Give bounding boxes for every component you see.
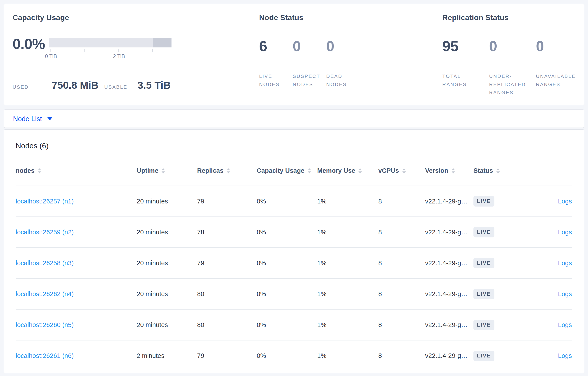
cell-vcpus: 8 bbox=[378, 352, 425, 359]
total-ranges-value: 95 bbox=[442, 38, 489, 54]
column-header-capacity-usage[interactable]: Capacity Usage bbox=[257, 167, 317, 176]
node-link[interactable]: localhost:26259 (n2) bbox=[16, 229, 74, 236]
cell-replicas: 79 bbox=[197, 352, 257, 359]
nodes-table-panel: Nodes (6) nodes Uptime Replicas Capacity… bbox=[4, 129, 584, 373]
sort-icon[interactable] bbox=[162, 168, 165, 173]
stat-under-replicated-ranges: 0 UNDER-REPLICATED RANGES bbox=[489, 38, 536, 97]
status-badge: LIVE bbox=[473, 258, 494, 268]
sort-icon[interactable] bbox=[227, 168, 230, 173]
used-label: USED bbox=[13, 84, 29, 90]
nodes-table-title: Nodes (6) bbox=[16, 142, 572, 150]
node-link[interactable]: localhost:26258 (n3) bbox=[16, 260, 74, 267]
usable-label: USABLE bbox=[104, 84, 127, 90]
column-header-memory-use[interactable]: Memory Use bbox=[317, 167, 378, 176]
column-header-vcpus[interactable]: vCPUs bbox=[378, 167, 425, 176]
cell-memory-use: 1% bbox=[317, 259, 378, 267]
cell-memory-use: 1% bbox=[317, 198, 378, 205]
status-badge: LIVE bbox=[473, 320, 494, 330]
suspect-nodes-value: 0 bbox=[293, 38, 326, 54]
stat-live-nodes: 6 LIVE NODES bbox=[259, 38, 293, 88]
table-header-row: nodes Uptime Replicas Capacity Usage Mem… bbox=[16, 167, 572, 186]
node-link[interactable]: localhost:26262 (n4) bbox=[16, 290, 74, 297]
cell-capacity-usage: 0% bbox=[257, 259, 317, 267]
stat-total-ranges: 95 TOTAL RANGES bbox=[442, 38, 489, 97]
column-header-uptime[interactable]: Uptime bbox=[137, 167, 197, 176]
total-ranges-label: TOTAL RANGES bbox=[442, 72, 482, 88]
cell-replicas: 80 bbox=[197, 290, 257, 298]
cell-version: v22.1.4-29-g… bbox=[425, 228, 473, 236]
cell-version: v22.1.4-29-g… bbox=[425, 198, 473, 205]
capacity-bar-reserved-segment bbox=[153, 38, 171, 47]
table-row: localhost:26257 (n1) 20 minutes 79 0% 1%… bbox=[16, 186, 572, 217]
column-header-version[interactable]: Version bbox=[425, 167, 473, 176]
axis-tick bbox=[51, 49, 51, 52]
cell-memory-use: 1% bbox=[317, 290, 378, 298]
cell-capacity-usage: 0% bbox=[257, 198, 317, 205]
logs-link[interactable]: Logs bbox=[558, 229, 572, 236]
view-selector-bar: Node List bbox=[4, 109, 584, 128]
node-link[interactable]: localhost:26257 (n1) bbox=[16, 198, 74, 205]
sort-icon[interactable] bbox=[358, 168, 362, 173]
cell-replicas: 78 bbox=[197, 228, 257, 236]
cell-version: v22.1.4-29-g… bbox=[425, 290, 473, 298]
axis-tick bbox=[118, 49, 119, 52]
capacity-used-usable-row: USED 750.8 MiB USABLE 3.5 TiB bbox=[13, 79, 259, 91]
capacity-usage-title: Capacity Usage bbox=[13, 13, 259, 22]
stat-suspect-nodes: 0 SUSPECT NODES bbox=[293, 38, 326, 88]
cell-version: v22.1.4-29-g… bbox=[425, 259, 473, 267]
cell-capacity-usage: 0% bbox=[257, 321, 317, 329]
logs-link[interactable]: Logs bbox=[558, 321, 572, 328]
cell-capacity-usage: 0% bbox=[257, 290, 317, 298]
cell-replicas: 79 bbox=[197, 198, 257, 205]
cell-capacity-usage: 0% bbox=[257, 352, 317, 359]
node-list-dropdown[interactable]: Node List bbox=[13, 115, 52, 122]
stat-dead-nodes: 0 DEAD NODES bbox=[326, 38, 360, 88]
table-row: localhost:26258 (n3) 20 minutes 79 0% 1%… bbox=[16, 248, 572, 279]
status-badge: LIVE bbox=[473, 289, 494, 299]
axis-label-0tib: 0 TiB bbox=[45, 53, 57, 59]
cell-uptime: 20 minutes bbox=[137, 290, 197, 298]
cell-uptime: 20 minutes bbox=[137, 321, 197, 329]
used-value: 750.8 MiB bbox=[52, 79, 98, 91]
cell-memory-use: 1% bbox=[317, 352, 378, 359]
cell-uptime: 2 minutes bbox=[137, 352, 197, 359]
replication-status-title: Replication Status bbox=[442, 13, 584, 22]
table-row: localhost:26261 (n6) 2 minutes 79 0% 1% … bbox=[16, 340, 572, 371]
logs-link[interactable]: Logs bbox=[558, 352, 572, 359]
sort-icon[interactable] bbox=[402, 168, 406, 173]
logs-link[interactable]: Logs bbox=[558, 260, 572, 267]
axis-tick bbox=[153, 49, 153, 52]
cell-memory-use: 1% bbox=[317, 321, 378, 329]
axis-tick bbox=[84, 49, 85, 52]
unavailable-ranges-label: UNAVAILABLE RANGES bbox=[536, 72, 575, 88]
sort-icon[interactable] bbox=[308, 168, 311, 173]
sort-icon[interactable] bbox=[452, 168, 455, 173]
node-link[interactable]: localhost:26260 (n5) bbox=[16, 321, 74, 328]
logs-link[interactable]: Logs bbox=[558, 290, 572, 297]
under-replicated-ranges-value: 0 bbox=[489, 38, 536, 54]
node-list-dropdown-label: Node List bbox=[13, 115, 42, 122]
sort-icon[interactable] bbox=[496, 168, 500, 173]
dead-nodes-value: 0 bbox=[326, 38, 360, 54]
cell-vcpus: 8 bbox=[378, 259, 425, 267]
capacity-axis-ticks bbox=[49, 49, 171, 52]
cell-replicas: 79 bbox=[197, 259, 257, 267]
chevron-down-icon bbox=[47, 117, 52, 120]
capacity-axis-labels: 0 TiB 2 TiB bbox=[49, 53, 171, 60]
column-header-status[interactable]: Status bbox=[473, 167, 524, 176]
axis-label-2tib: 2 TiB bbox=[113, 53, 125, 59]
table-body: localhost:26257 (n1) 20 minutes 79 0% 1%… bbox=[16, 186, 572, 371]
stat-unavailable-ranges: 0 UNAVAILABLE RANGES bbox=[536, 38, 583, 97]
live-nodes-value: 6 bbox=[259, 38, 293, 54]
live-nodes-label: LIVE NODES bbox=[259, 72, 289, 88]
column-header-nodes[interactable]: nodes bbox=[16, 167, 137, 176]
capacity-usage-section: Capacity Usage 0.0% 0 TiB 2 TiB bbox=[13, 13, 259, 105]
table-row: localhost:26260 (n5) 20 minutes 80 0% 1%… bbox=[16, 310, 572, 340]
sort-icon[interactable] bbox=[38, 168, 41, 173]
logs-link[interactable]: Logs bbox=[558, 198, 572, 205]
node-link[interactable]: localhost:26261 (n6) bbox=[16, 352, 74, 359]
cell-vcpus: 8 bbox=[378, 198, 425, 205]
column-header-replicas[interactable]: Replicas bbox=[197, 167, 257, 176]
cell-uptime: 20 minutes bbox=[137, 228, 197, 236]
cell-replicas: 80 bbox=[197, 321, 257, 329]
